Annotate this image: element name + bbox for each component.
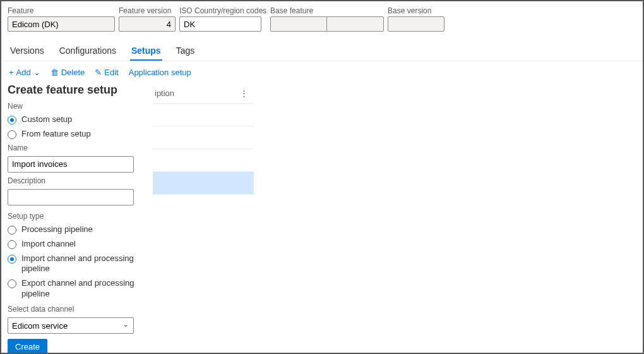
select-data-channel[interactable]: ⌄: [8, 316, 134, 334]
radio-import-channel[interactable]: Import channel: [8, 239, 146, 250]
radio-import-proc-label: Import channel and processing pipeline: [21, 253, 146, 275]
add-label: Add: [16, 68, 31, 77]
radio-export-proc-label: Export channel and processing pipeline: [21, 278, 146, 300]
feature-label: Feature: [8, 6, 115, 15]
chevron-down-icon: ⌄: [33, 68, 40, 77]
create-button[interactable]: Create: [8, 339, 47, 354]
header-fields: Feature Feature version ISO Country/regi…: [1, 1, 643, 38]
feature-input[interactable]: [8, 16, 115, 32]
select-data-channel-label: Select data channel: [8, 305, 146, 314]
table-row[interactable]: [150, 149, 254, 172]
radio-from-label: From feature setup: [21, 129, 91, 140]
radio-icon: [8, 279, 16, 288]
delete-label: Delete: [61, 68, 85, 77]
tab-versions[interactable]: Versions: [9, 42, 45, 61]
tab-configurations[interactable]: Configurations: [58, 42, 117, 61]
radio-icon: [8, 130, 16, 139]
radio-icon: [8, 240, 16, 249]
delete-button[interactable]: 🗑 Delete: [51, 68, 85, 77]
create-feature-setup-panel: Create feature setup New Custom setup Fr…: [8, 83, 153, 354]
radio-custom-setup[interactable]: Custom setup: [8, 114, 146, 125]
base-feature-input-2[interactable]: [327, 16, 384, 32]
setup-table: iption ⋮: [150, 83, 254, 195]
tab-setups[interactable]: Setups: [130, 42, 162, 61]
name-label: Name: [8, 143, 146, 152]
table-header: iption ⋮: [150, 83, 254, 104]
base-feature-label: Base feature: [270, 6, 384, 15]
radio-processing-pipeline[interactable]: Processing pipeline: [8, 224, 146, 235]
radio-import-channel-processing[interactable]: Import channel and processing pipeline: [8, 253, 146, 275]
radio-icon: [8, 226, 16, 235]
table-row[interactable]: [150, 172, 254, 195]
radio-processing-label: Processing pipeline: [21, 224, 93, 235]
iso-label: ISO Country/region codes: [179, 6, 266, 15]
pencil-icon: ✎: [95, 68, 102, 77]
more-icon[interactable]: ⋮: [240, 88, 249, 98]
plus-icon: +: [9, 68, 14, 77]
app-setup-label: Application setup: [129, 68, 191, 77]
table-row[interactable]: [150, 126, 254, 149]
application-setup-button[interactable]: Application setup: [129, 68, 191, 77]
radio-from-feature-setup[interactable]: From feature setup: [8, 129, 146, 140]
edit-label: Edit: [104, 68, 118, 77]
radio-export-channel-processing[interactable]: Export channel and processing pipeline: [8, 278, 146, 300]
new-section-label: New: [8, 102, 146, 111]
feature-version-label: Feature version: [119, 6, 176, 15]
toolbar: + Add ⌄ 🗑 Delete ✎ Edit Application setu…: [1, 61, 643, 83]
col-description: iption: [155, 88, 174, 98]
base-version-label: Base version: [388, 6, 444, 15]
panel-title: Create feature setup: [8, 83, 146, 97]
add-button[interactable]: + Add ⌄: [9, 68, 40, 77]
radio-icon: [8, 116, 16, 125]
create-button-label: Create: [15, 342, 40, 351]
setup-type-label: Setup type: [8, 212, 146, 221]
base-feature-input-1[interactable]: [270, 16, 327, 32]
tabs: Versions Configurations Setups Tags: [1, 38, 643, 61]
trash-icon: 🗑: [51, 68, 59, 77]
select-data-channel-input[interactable]: [8, 317, 134, 334]
feature-version-input[interactable]: [119, 16, 176, 32]
edit-button[interactable]: ✎ Edit: [95, 68, 118, 77]
description-input[interactable]: [8, 189, 134, 205]
name-input[interactable]: [8, 156, 134, 173]
tab-tags[interactable]: Tags: [175, 42, 196, 61]
description-label: Description: [8, 176, 146, 185]
iso-input[interactable]: [179, 16, 261, 32]
radio-custom-label: Custom setup: [21, 114, 72, 125]
radio-icon: [8, 255, 16, 264]
table-row[interactable]: [150, 104, 254, 126]
base-version-input[interactable]: [388, 16, 444, 32]
radio-import-label: Import channel: [21, 239, 76, 250]
